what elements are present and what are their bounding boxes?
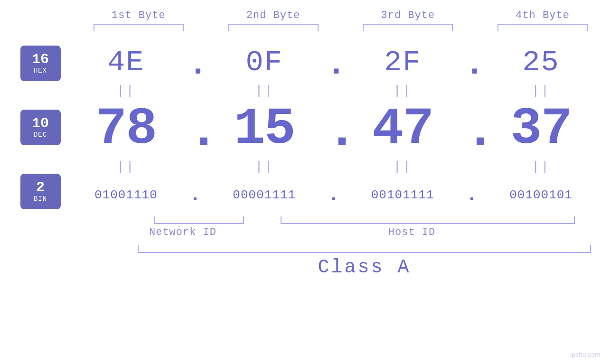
header-byte2: 2nd Byte (226, 9, 321, 21)
bottom-labels: Network ID Host ID (138, 226, 591, 238)
bottom-brackets (138, 216, 591, 224)
dot-hex-3: . (465, 46, 479, 84)
main-container: 1st Byte 2nd Byte 3rd Byte 4th Byte 16 H… (0, 0, 610, 364)
dec-val-2: 15 (217, 99, 312, 159)
eq-2-3: || (355, 159, 450, 174)
hex-badge: 16 HEX (20, 46, 61, 81)
eq-1-3: || (355, 84, 450, 98)
values-area: 4E . 0F . 2F . 25 || || || || 78 (66, 36, 610, 278)
header-byte1: 1st Byte (91, 9, 186, 21)
eq-2-4: || (494, 159, 589, 174)
bracket-byte4 (497, 24, 588, 31)
header-byte4: 4th Byte (495, 9, 590, 21)
hex-label: HEX (34, 67, 47, 75)
dot-hex-1: . (188, 46, 202, 84)
hex-val-3: 2F (355, 46, 450, 79)
network-id-label: Network ID (138, 226, 228, 238)
hex-row: 4E . 0F . 2F . 25 (66, 43, 601, 81)
hex-val-1: 4E (78, 46, 173, 79)
class-label: Class A (138, 257, 591, 278)
bin-num: 2 (36, 180, 45, 196)
dot-bin-3: . (465, 185, 479, 206)
dec-row: 78 . 15 . 47 . 37 (66, 100, 601, 157)
dec-val-1: 78 (78, 99, 173, 159)
bin-label: BIN (34, 196, 47, 203)
bin-val-3: 00101111 (355, 188, 450, 202)
bin-badge: 2 BIN (20, 174, 61, 209)
dec-val-3: 47 (355, 99, 450, 159)
bracket-byte2 (228, 24, 319, 31)
equals-row-1: || || || || (66, 81, 601, 100)
bin-val-1: 01001110 (78, 188, 173, 202)
bracket-network (154, 216, 244, 224)
dec-label: DEC (34, 131, 47, 139)
hex-num: 16 (32, 52, 49, 67)
bottom-section: Network ID Host ID (66, 216, 601, 238)
dot-dec-2: . (326, 102, 340, 161)
dec-num: 10 (32, 116, 49, 131)
bin-row: 01001110 . 00001111 . 00101111 . 0010010… (66, 176, 601, 214)
dec-val-4: 37 (494, 99, 589, 159)
bracket-byte1 (94, 24, 184, 31)
dec-badge: 10 DEC (20, 110, 61, 145)
top-brackets (0, 24, 610, 31)
hex-val-2: 0F (217, 46, 312, 79)
eq-2-1: || (78, 159, 173, 174)
eq-1-1: || (78, 84, 173, 98)
dot-bin-2: . (326, 185, 340, 206)
class-bracket (138, 245, 591, 253)
hex-val-4: 25 (494, 46, 589, 79)
base-labels: 16 HEX 10 DEC 2 BIN (0, 36, 66, 209)
eq-2-2: || (217, 159, 312, 174)
dot-bin-1: . (188, 185, 202, 206)
eq-1-2: || (217, 84, 312, 98)
bin-val-2: 00001111 (217, 188, 312, 202)
equals-row-2: || || || || (66, 157, 601, 176)
bracket-byte3 (363, 24, 453, 31)
bin-val-4: 00100101 (494, 188, 589, 202)
content-area: 16 HEX 10 DEC 2 BIN 4E . 0F . 2F . 25 (0, 36, 610, 364)
dot-dec-3: . (465, 102, 479, 161)
host-id-label: Host ID (233, 226, 591, 238)
class-section: Class A (66, 245, 601, 278)
header-byte3: 3rd Byte (360, 9, 455, 21)
dot-dec-1: . (188, 102, 202, 161)
dot-hex-2: . (326, 46, 340, 84)
watermark: ipshu.com (570, 351, 601, 358)
byte-headers: 1st Byte 2nd Byte 3rd Byte 4th Byte (0, 0, 610, 21)
bracket-host (281, 216, 575, 224)
eq-1-4: || (494, 84, 589, 98)
